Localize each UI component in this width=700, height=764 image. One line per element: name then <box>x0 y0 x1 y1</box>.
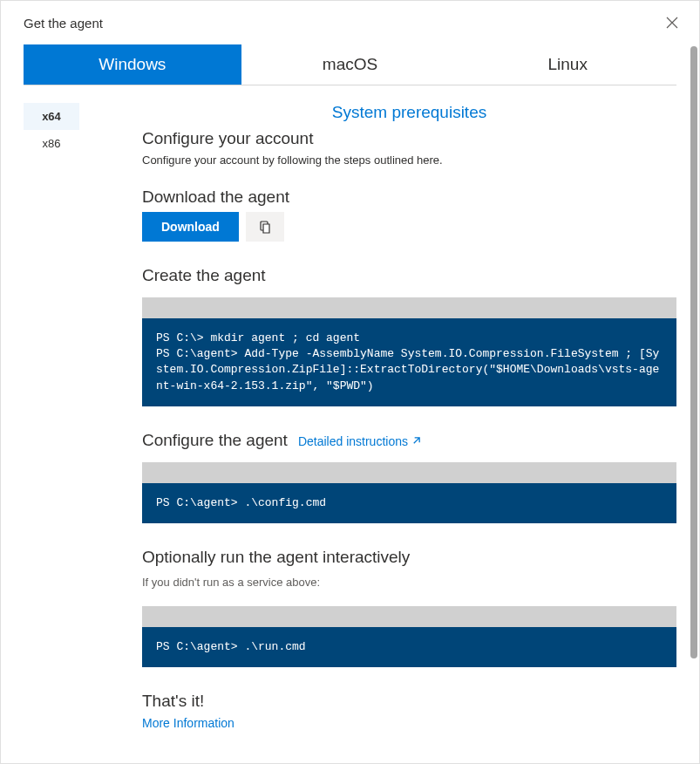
detailed-instructions-link[interactable]: Detailed instructions <box>298 434 421 448</box>
content-area: x64 x86 System prerequisites Configure y… <box>1 85 699 730</box>
arch-item-x86[interactable]: x86 <box>24 130 79 157</box>
run-agent-heading: Optionally run the agent interactively <box>142 548 676 567</box>
copy-button[interactable] <box>246 212 284 242</box>
create-agent-heading: Create the agent <box>142 266 676 285</box>
configure-account-desc: Configure your account by following the … <box>142 153 676 167</box>
dialog-body: Windows macOS Linux x64 x86 System prere… <box>1 44 699 764</box>
run-agent-note: If you didn't run as a service above: <box>142 576 676 589</box>
close-button[interactable] <box>663 13 682 32</box>
system-prerequisites-link[interactable]: System prerequisites <box>142 103 676 122</box>
copy-icon <box>258 220 272 234</box>
dialog-header: Get the agent <box>1 1 699 44</box>
tab-macos[interactable]: macOS <box>241 44 459 85</box>
code-block-header <box>142 606 676 627</box>
scrollbar-thumb[interactable] <box>690 46 697 658</box>
arch-sidebar: x64 x86 <box>24 103 79 730</box>
get-agent-dialog: Get the agent Windows macOS Linux x64 x8… <box>0 0 700 764</box>
download-heading: Download the agent <box>142 188 676 207</box>
code-block-header <box>142 297 676 318</box>
run-agent-code[interactable]: PS C:\agent> .\run.cmd <box>142 627 676 667</box>
configure-account-heading: Configure your account <box>142 129 676 148</box>
run-agent-code-block: PS C:\agent> .\run.cmd <box>142 606 676 667</box>
download-row: Download <box>142 212 676 242</box>
create-agent-code-block: PS C:\> mkdir agent ; cd agent PS C:\age… <box>142 297 676 406</box>
configure-agent-code-block: PS C:\agent> .\config.cmd <box>142 462 676 523</box>
configure-agent-row: Configure the agent Detailed instruction… <box>142 431 676 450</box>
configure-agent-heading: Configure the agent <box>142 431 288 450</box>
external-link-icon <box>411 436 421 446</box>
create-agent-code[interactable]: PS C:\> mkdir agent ; cd agent PS C:\age… <box>142 318 676 406</box>
main-content: System prerequisites Configure your acco… <box>79 103 676 730</box>
arch-item-x64[interactable]: x64 <box>24 103 79 130</box>
detailed-instructions-text: Detailed instructions <box>298 434 408 448</box>
download-button[interactable]: Download <box>142 212 239 242</box>
configure-agent-code[interactable]: PS C:\agent> .\config.cmd <box>142 483 676 523</box>
tab-linux[interactable]: Linux <box>459 44 676 85</box>
close-icon <box>666 17 678 29</box>
more-information-link[interactable]: More Information <box>142 716 676 730</box>
thats-it-heading: That's it! <box>142 692 676 711</box>
os-tabs: Windows macOS Linux <box>24 44 676 85</box>
dialog-title: Get the agent <box>24 16 103 31</box>
tab-windows[interactable]: Windows <box>24 44 241 85</box>
code-block-header <box>142 462 676 483</box>
scrollbar-track[interactable] <box>687 44 697 764</box>
